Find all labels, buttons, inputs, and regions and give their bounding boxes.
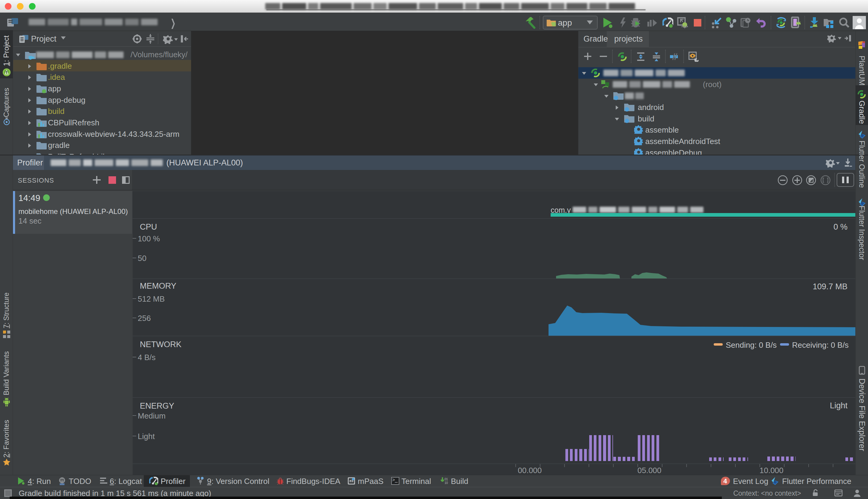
svg-text:01: 01 xyxy=(444,478,448,481)
svg-text:10: 10 xyxy=(444,481,448,485)
